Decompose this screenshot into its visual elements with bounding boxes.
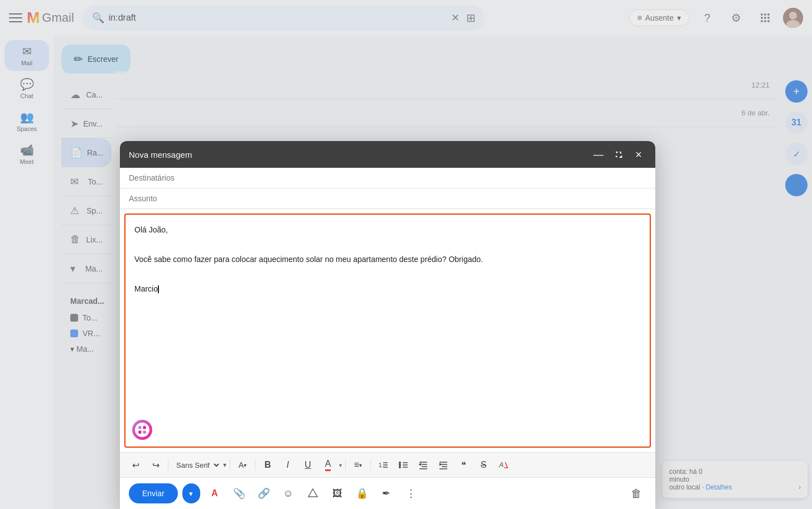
indent-more-button[interactable]: [434, 456, 452, 474]
modal-subject-field[interactable]: [120, 188, 655, 209]
bold-button[interactable]: B: [259, 456, 277, 474]
italic-button[interactable]: I: [279, 456, 297, 474]
modal-header: Nova mensagem — ×: [120, 141, 655, 168]
body-line2: [134, 238, 641, 250]
toolbar-separator-4: [345, 459, 346, 471]
body-line1: Olá João,: [134, 224, 641, 236]
body-line5: Marcio: [134, 283, 641, 295]
svg-rect-12: [138, 426, 141, 429]
font-family-select[interactable]: Sans Serif: [172, 457, 221, 473]
body-line4: [134, 268, 641, 280]
underline-button[interactable]: U: [299, 456, 317, 474]
modal-to-input[interactable]: [129, 173, 646, 182]
modal-subject-input[interactable]: [129, 194, 646, 203]
svg-text:A: A: [499, 461, 504, 469]
link-button[interactable]: 🔗: [254, 483, 274, 503]
numbered-list-button[interactable]: 1.: [374, 456, 392, 474]
quote-button[interactable]: ❝: [455, 456, 472, 474]
strikethrough-button[interactable]: S: [475, 456, 492, 474]
bulleted-list-button[interactable]: [394, 456, 412, 474]
font-size-button[interactable]: A ▾: [234, 456, 252, 474]
text-formatting-button[interactable]: A: [205, 483, 225, 503]
redo-button[interactable]: ↪: [147, 456, 165, 474]
svg-rect-14: [138, 431, 141, 434]
drive-button[interactable]: [303, 483, 323, 503]
delete-draft-button[interactable]: 🗑: [626, 483, 646, 503]
svg-rect-13: [143, 426, 146, 429]
toolbar-separator-5: [370, 459, 371, 471]
svg-point-22: [399, 466, 401, 468]
modal-body-text[interactable]: Olá João, Você sabe como fazer para colo…: [134, 224, 641, 295]
modal-toolbar: ↩ ↪ Sans Serif ▾ A ▾ B I U A ▾ ≡ ▾ 1.: [120, 452, 655, 477]
signature-button[interactable]: ✒: [376, 483, 397, 503]
modal-to-field[interactable]: [120, 168, 655, 188]
send-dropdown-button[interactable]: ▾: [182, 483, 200, 503]
ai-badge-inner: [135, 423, 149, 437]
ai-badge-button[interactable]: [132, 420, 152, 440]
clear-format-button[interactable]: A: [495, 456, 513, 474]
svg-marker-37: [308, 489, 317, 497]
modal-title: Nova mensagem: [129, 150, 192, 159]
modal-expand-button[interactable]: [611, 147, 626, 162]
toolbar-separator-2: [230, 459, 230, 471]
toolbar-separator-3: [255, 459, 255, 471]
align-button[interactable]: ≡ ▾: [349, 456, 367, 474]
modal-body[interactable]: Olá João, Você sabe como fazer para colo…: [124, 214, 651, 448]
more-actions-button[interactable]: ⋮: [401, 483, 421, 503]
toolbar-separator-1: [168, 459, 168, 471]
modal-actions: Enviar ▾ A 📎 🔗 ☺ 🖼 🔒 ✒ ⋮ 🗑: [120, 477, 655, 509]
compose-modal: Nova mensagem — × Olá João, Você sabe co…: [120, 141, 655, 509]
modal-header-actions: — ×: [591, 147, 646, 162]
emoji-button[interactable]: ☺: [278, 483, 298, 503]
font-color-arrow[interactable]: ▾: [339, 462, 342, 468]
send-button[interactable]: Enviar: [129, 483, 178, 503]
attach-button[interactable]: 📎: [229, 483, 249, 503]
svg-point-20: [399, 462, 401, 464]
modal-minimize-button[interactable]: —: [591, 147, 606, 162]
font-color-button[interactable]: A: [319, 456, 337, 474]
photo-button[interactable]: 🖼: [327, 483, 347, 503]
undo-button[interactable]: ↩: [127, 456, 144, 474]
svg-rect-15: [143, 431, 146, 434]
lock-button[interactable]: 🔒: [352, 483, 372, 503]
font-family-arrow[interactable]: ▾: [223, 461, 226, 469]
body-line3: Você sabe como fazer para colocar aqueci…: [134, 253, 641, 265]
modal-close-button[interactable]: ×: [631, 147, 646, 162]
indent-less-button[interactable]: [414, 456, 432, 474]
svg-point-21: [399, 464, 401, 466]
svg-text:1.: 1.: [379, 462, 383, 468]
svg-line-35: [505, 462, 508, 468]
